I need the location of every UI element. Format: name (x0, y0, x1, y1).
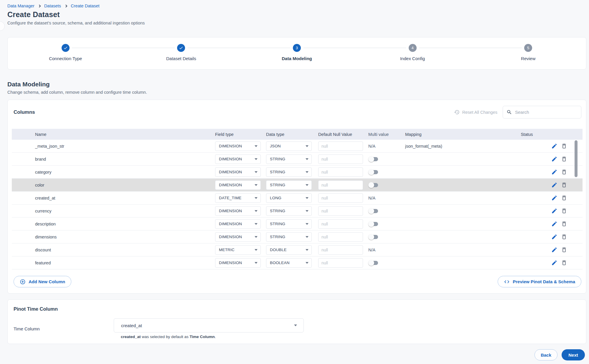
multi-value-toggle[interactable] (368, 208, 378, 214)
edit-icon[interactable] (551, 208, 557, 214)
step-number: 4 (411, 46, 413, 50)
stepper-step[interactable]: 3 Data Modeling (239, 37, 355, 69)
data-type-select[interactable]: STRING (266, 167, 312, 177)
chevron-down-icon (255, 158, 258, 160)
table-row: created_at DATE_TIME LONG N/A (12, 192, 583, 205)
edit-icon[interactable] (551, 260, 557, 266)
multi-value-toggle[interactable] (368, 156, 378, 162)
delete-icon[interactable] (561, 169, 567, 175)
delete-icon[interactable] (561, 234, 567, 240)
edit-icon[interactable] (551, 195, 557, 201)
table-scrollbar[interactable] (575, 140, 578, 177)
delete-icon[interactable] (561, 260, 567, 266)
delete-icon[interactable] (561, 156, 567, 162)
data-type-select[interactable]: LONG (266, 193, 312, 203)
reset-all-changes-button[interactable]: Reset All Changes (454, 109, 497, 115)
data-type-select[interactable]: DOUBLE (266, 245, 312, 255)
multi-value-toggle[interactable] (368, 260, 378, 266)
data-type-select[interactable]: STRING (266, 219, 312, 229)
history-icon (454, 109, 460, 115)
field-type-select[interactable]: DIMENSION (215, 258, 261, 268)
chevron-down-icon (255, 184, 258, 186)
edit-icon[interactable] (551, 221, 557, 227)
data-type-select[interactable]: STRING (266, 180, 312, 190)
field-type-select[interactable]: DATE_TIME (215, 193, 261, 203)
back-button[interactable]: Back (534, 349, 557, 360)
stepper-step[interactable]: 5 Review (470, 37, 586, 69)
field-type-select[interactable]: DIMENSION (215, 180, 261, 190)
field-type-select[interactable]: DIMENSION (215, 167, 261, 177)
code-icon (504, 279, 510, 285)
next-button[interactable]: Next (562, 349, 585, 360)
step-number: 3 (296, 46, 298, 50)
default-null-value-input[interactable] (318, 232, 363, 242)
field-type-select[interactable]: DIMENSION (215, 206, 261, 216)
default-null-value-input[interactable] (318, 180, 363, 190)
default-null-value-input[interactable] (318, 258, 363, 268)
multi-value-toggle[interactable] (368, 234, 378, 240)
add-new-column-button[interactable]: Add New Column (14, 276, 71, 287)
page-subtitle: Configure the dataset's source, schema, … (7, 21, 589, 25)
multi-value-na: N/A (368, 144, 375, 149)
step-label: Index Config (400, 56, 425, 61)
header-status: Status (502, 132, 551, 137)
default-null-value-input[interactable] (318, 219, 363, 229)
field-type-select[interactable]: DIMENSION (215, 219, 261, 229)
table-row: description DIMENSION STRING (12, 218, 583, 230)
search-input[interactable] (515, 110, 578, 115)
stepper-step[interactable]: 2 Dataset Details (123, 37, 239, 69)
field-type-select[interactable]: DIMENSION (215, 141, 261, 151)
breadcrumb-datasets[interactable]: Datasets (44, 4, 61, 8)
check-icon (63, 46, 68, 50)
multi-value-toggle[interactable] (368, 221, 378, 227)
drawer-toggle-handle[interactable] (0, 21, 5, 31)
column-name: discount (12, 248, 215, 252)
edit-icon[interactable] (551, 169, 557, 175)
delete-icon[interactable] (561, 143, 567, 149)
default-null-value-input[interactable] (318, 141, 363, 151)
breadcrumb-data-manager[interactable]: Data Manager (7, 4, 34, 8)
chevron-down-icon (294, 325, 297, 326)
delete-icon[interactable] (561, 195, 567, 201)
delete-icon[interactable] (561, 208, 567, 214)
table-row: brand DIMENSION STRING (12, 153, 583, 166)
search-box[interactable] (503, 106, 581, 118)
edit-icon[interactable] (551, 247, 557, 253)
chevron-down-icon (306, 249, 308, 251)
breadcrumb-create-dataset[interactable]: Create Dataset (71, 4, 100, 8)
default-null-value-input[interactable] (318, 206, 363, 216)
edit-icon[interactable] (551, 143, 557, 149)
field-type-select[interactable]: DIMENSION (215, 232, 261, 242)
step-connector (303, 48, 406, 48)
preview-pinot-data-schema-button[interactable]: Preview Pinot Data & Schema (498, 276, 581, 287)
field-type-select[interactable]: METRIC (215, 245, 261, 255)
edit-icon[interactable] (551, 234, 557, 240)
time-column-select[interactable]: created_at (114, 318, 304, 332)
edit-icon[interactable] (551, 182, 557, 188)
chevron-down-icon (306, 184, 308, 186)
edit-icon[interactable] (551, 156, 557, 162)
delete-icon[interactable] (561, 182, 567, 188)
stepper-step[interactable]: 4 Index Config (355, 37, 471, 69)
multi-value-toggle[interactable] (368, 182, 378, 188)
field-type-select[interactable]: DIMENSION (215, 154, 261, 164)
data-type-select[interactable]: JSON (266, 141, 312, 151)
delete-icon[interactable] (561, 221, 567, 227)
multi-value-toggle[interactable] (368, 169, 378, 175)
stepper-step[interactable]: 1 Connection Type (8, 37, 123, 69)
chevron-down-icon (306, 223, 308, 225)
default-null-value-input[interactable] (318, 154, 363, 164)
data-type-select[interactable]: BOOLEAN (266, 258, 312, 268)
pinot-time-column-panel: Pinot Time Column Time Column created_at… (7, 299, 586, 344)
chevron-down-icon (255, 197, 258, 199)
default-null-value-input[interactable] (318, 167, 363, 177)
delete-icon[interactable] (561, 247, 567, 253)
default-null-value-input[interactable] (318, 193, 363, 203)
data-type-select[interactable]: STRING (266, 206, 312, 216)
data-type-select[interactable]: STRING (266, 154, 312, 164)
stepper: 1 Connection Type 2 Dataset Details 3 Da… (7, 37, 586, 70)
data-type-select[interactable]: STRING (266, 232, 312, 242)
default-null-value-input[interactable] (318, 245, 363, 255)
multi-value-cell (368, 182, 405, 188)
step-connector (188, 48, 291, 48)
